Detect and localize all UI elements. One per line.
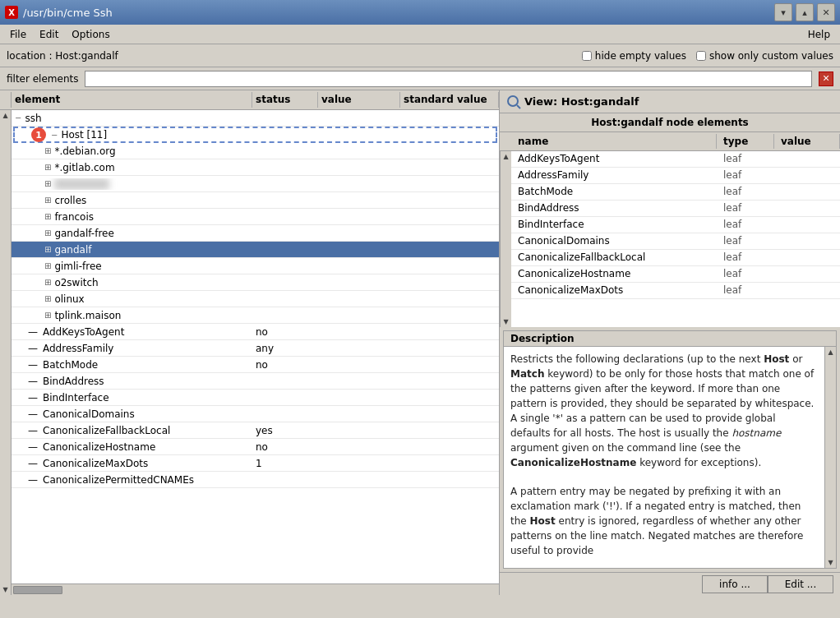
scroll-down-icon[interactable]: ▼ — [503, 318, 508, 325]
table-row[interactable]: — BindInterface — [12, 390, 499, 406]
expand-icon[interactable]: − — [15, 113, 21, 122]
table-row[interactable]: − ssh — [12, 110, 499, 127]
filter-label: filter elements — [7, 73, 78, 85]
show-custom-checkbox[interactable] — [696, 51, 706, 61]
table-row[interactable]: ⊞ tplink.maison — [12, 307, 499, 324]
close-button[interactable]: ✕ — [817, 3, 835, 21]
table-row[interactable]: ⊞ gandalf-free — [12, 225, 499, 242]
table-row[interactable]: — BatchMode no — [12, 357, 499, 373]
element-cell: — CanonicalDomains — [12, 408, 252, 420]
expand-icon[interactable]: ⊞ — [44, 261, 51, 270]
scroll-down-icon[interactable]: ▼ — [2, 586, 7, 593]
list-item[interactable]: AddressFamily leaf — [511, 168, 840, 184]
menu-file[interactable]: File — [3, 27, 33, 42]
horizontal-scrollbar[interactable] — [12, 583, 499, 595]
table-row[interactable]: — CanonicalizeFallbackLocal yes — [12, 422, 499, 439]
node-scrollbar[interactable]: ▲ ▼ — [500, 151, 511, 327]
hide-empty-checkbox[interactable] — [582, 51, 592, 61]
element-cell: ⊞ crolles — [12, 195, 252, 206]
hide-empty-option[interactable]: hide empty values — [582, 50, 686, 62]
location-options: hide empty values show only custom value… — [582, 50, 833, 62]
table-row[interactable]: ⊞ *.gitlab.com — [12, 159, 499, 176]
right-bottom: info ... Edit ... — [695, 575, 840, 593]
table-row[interactable]: — CanonicalizeMaxDots 1 — [12, 455, 499, 472]
col-value: value — [318, 92, 400, 108]
element-cell: ⊞ olinux — [12, 293, 252, 305]
element-cell: ⊞ francois — [12, 211, 252, 223]
element-cell: — CanonicalizeMaxDots — [12, 458, 252, 469]
table-row[interactable]: ⊞ *.debian.org — [12, 143, 499, 159]
scroll-down-icon[interactable]: ▼ — [828, 559, 833, 566]
table-row[interactable]: ⊞ o2switch — [12, 274, 499, 291]
left-panel: element status value standard value ▲ ▼ … — [0, 90, 500, 595]
bottom-bar: info ... Edit ... — [500, 572, 840, 595]
list-item[interactable]: BindInterface leaf — [511, 217, 840, 233]
hide-empty-label: hide empty values — [595, 50, 686, 62]
menu-options[interactable]: Options — [65, 27, 116, 42]
expand-icon[interactable]: ⊞ — [44, 163, 51, 172]
table-row[interactable]: ⊞ francois — [12, 209, 499, 225]
expand-icon[interactable]: ⊞ — [44, 311, 51, 320]
table-row[interactable]: — AddressFamily any — [12, 340, 499, 357]
left-scroll-header — [0, 92, 12, 108]
expand-icon[interactable]: − — [51, 131, 58, 140]
table-row[interactable]: ⊞ gandalf — [12, 242, 499, 258]
element-cell: — BatchMode — [12, 359, 252, 371]
table-row[interactable]: 1 − Host [11] — [13, 127, 497, 143]
list-item[interactable]: AddKeysToAgent leaf — [511, 151, 840, 168]
table-row[interactable]: — CanonicalDomains — [12, 406, 499, 422]
expand-icon[interactable]: ⊞ — [44, 245, 51, 254]
location-value: Host:gandalf — [55, 50, 118, 62]
node-table-body[interactable]: AddKeysToAgent leaf AddressFamily leaf B… — [511, 151, 840, 327]
filter-clear-button[interactable]: ✕ — [819, 71, 833, 86]
table-row[interactable]: — AddKeysToAgent no — [12, 324, 499, 340]
list-item[interactable]: CanonicalizeMaxDots leaf — [511, 283, 840, 299]
expand-icon[interactable]: ⊞ — [44, 228, 51, 238]
table-row[interactable]: — CanonicalizeHostname no — [12, 439, 499, 455]
maximize-button[interactable]: ▴ — [796, 3, 814, 21]
element-cell: − ssh — [12, 113, 252, 124]
info-button[interactable]: info ... — [702, 575, 768, 593]
table-row[interactable]: ⊞ gimli-free — [12, 258, 499, 274]
description-header: Description — [504, 331, 836, 347]
element-cell: ⊞ gandalf — [12, 244, 252, 256]
scroll-up-icon[interactable]: ▲ — [828, 348, 833, 356]
element-cell: ⊞ gimli-free — [12, 261, 252, 272]
tree-body[interactable]: − ssh 1 − Host [11] — [12, 110, 499, 583]
edit-button[interactable]: Edit ... — [768, 575, 833, 593]
expand-icon[interactable]: ⊞ — [44, 179, 51, 188]
expand-icon[interactable]: ⊞ — [44, 146, 51, 155]
list-item[interactable]: CanonicalizeFallbackLocal leaf — [511, 250, 840, 266]
list-item[interactable]: BindAddress leaf — [511, 201, 840, 217]
expand-icon[interactable]: ⊞ — [44, 212, 51, 221]
view-title: View: Host:gandalf — [524, 95, 639, 108]
table-row[interactable]: — BindAddress — [12, 373, 499, 390]
element-cell: — BindAddress — [12, 376, 252, 387]
right-panel-inner: Host:gandalf node elements name type val… — [500, 113, 840, 572]
list-item[interactable]: CanonicalizeHostname leaf — [511, 266, 840, 283]
scroll-up-icon[interactable]: ▲ — [503, 153, 508, 160]
list-item[interactable]: BatchMode leaf — [511, 184, 840, 201]
show-custom-option[interactable]: show only custom values — [696, 50, 833, 62]
table-row[interactable]: ⊞ olinux — [12, 291, 499, 307]
menu-edit[interactable]: Edit — [33, 27, 65, 42]
expand-icon[interactable]: ⊞ — [44, 294, 51, 303]
desc-scrollbar[interactable]: ▲ ▼ — [824, 347, 836, 568]
tree-left-scrollbar[interactable]: ▲ ▼ — [0, 110, 12, 595]
filter-input[interactable] — [85, 71, 812, 87]
table-row[interactable]: — CanonicalizePermittedCNAMEs — [12, 472, 499, 488]
tree-scroll-area: ▲ ▼ − ssh — [0, 110, 499, 595]
expand-icon[interactable]: ⊞ — [44, 278, 51, 287]
list-item[interactable]: CanonicalDomains leaf — [511, 233, 840, 250]
menu-help[interactable]: Help — [801, 27, 837, 42]
titlebar: X /usr/bin/cme Ssh ▾ ▴ ✕ — [0, 0, 840, 25]
scroll-up-icon[interactable]: ▲ — [2, 112, 7, 119]
minimize-button[interactable]: ▾ — [774, 3, 792, 21]
expand-icon[interactable]: ⊞ — [44, 196, 51, 205]
table-row[interactable]: ⊞ blurredtext — [12, 176, 499, 192]
scroll-thumb[interactable] — [13, 586, 62, 594]
menubar: File Edit Options Help — [0, 25, 840, 44]
node-area: Host:gandalf node elements name type val… — [500, 113, 840, 327]
element-cell: — AddressFamily — [12, 343, 252, 354]
table-row[interactable]: ⊞ crolles — [12, 192, 499, 209]
